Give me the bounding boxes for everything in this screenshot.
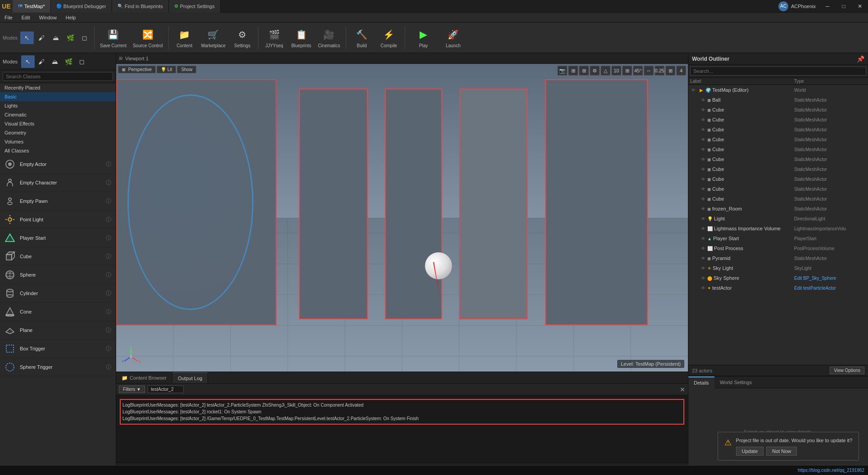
save-current-button[interactable]: 💾 Save Current [97, 24, 129, 51]
settings-button[interactable]: ⚙ Settings [229, 24, 255, 51]
outliner-item-light[interactable]: 👁 💡 Light DirectionalLight [688, 214, 868, 224]
tab-world-settings[interactable]: World Settings [714, 376, 757, 388]
vp-settings-icon[interactable]: ⚙ [590, 66, 600, 76]
outliner-search-input[interactable] [690, 67, 866, 76]
list-item[interactable]: Cylinder ⓘ [0, 284, 116, 303]
point-light-info-icon[interactable]: ⓘ [105, 216, 112, 223]
vp-triangle-icon[interactable]: △ [601, 66, 610, 76]
empty-pawn-info-icon[interactable]: ⓘ [105, 197, 112, 205]
menu-window[interactable]: Window [35, 13, 61, 22]
category-cinematic[interactable]: Cinematic [0, 110, 116, 119]
modes-landscape-button[interactable]: ⛰ [48, 55, 62, 68]
outliner-item-type[interactable]: Edit BP_Sky_Sphere [794, 276, 866, 281]
vp-scale-btn[interactable]: 0.25 [655, 66, 665, 76]
outliner-item-sky-light[interactable]: 👁 ☀ Sky Light SkyLight [688, 263, 868, 273]
vp-maximize-icon[interactable]: ⊞ [568, 66, 578, 76]
launch-button[interactable]: 🚀 Launch [440, 24, 466, 51]
build-button[interactable]: 🔨 Build [349, 24, 375, 51]
outliner-item-frozen-room[interactable]: 👁 ◼ frozen_Room StaticMeshActor [688, 204, 868, 214]
blueprints-button[interactable]: 📋 Blueprints [288, 24, 314, 51]
category-lights[interactable]: Lights [0, 101, 116, 110]
vis-icon[interactable]: 👁 [699, 116, 707, 124]
category-all-classes[interactable]: All Classes [0, 146, 116, 155]
vis-icon[interactable]: 👁 [699, 224, 707, 233]
menu-help[interactable]: Help [61, 13, 81, 22]
list-item[interactable]: Sphere ⓘ [0, 266, 116, 284]
notification-update-button[interactable]: Update [736, 447, 764, 456]
plane-info-icon[interactable]: ⓘ [105, 327, 112, 334]
notification-not-now-button[interactable]: Not Now [766, 447, 797, 456]
vis-icon[interactable]: 👁 [699, 155, 707, 163]
vis-icon[interactable]: 👁 [699, 274, 707, 282]
mode-geometry-button[interactable]: ◻ [78, 31, 91, 44]
empty-actor-info-icon[interactable]: ⓘ [105, 161, 112, 168]
empty-character-info-icon[interactable]: ⓘ [105, 179, 112, 186]
vp-scale-icon[interactable]: ↔ [644, 66, 654, 76]
outliner-item-cube[interactable]: 👁 ◼ Cube StaticMeshActor [688, 125, 868, 134]
cylinder-info-icon[interactable]: ⓘ [105, 290, 112, 297]
outliner-item-type[interactable]: Edit testParticleActor [794, 286, 866, 291]
minimize-button[interactable]: ─ [819, 0, 836, 13]
outliner-item-sky-sphere[interactable]: 👁 ⬤ Sky Sphere Edit BP_Sky_Sphere [688, 273, 868, 283]
list-item[interactable]: Player Start ⓘ [0, 229, 116, 247]
outliner-item-cube[interactable]: 👁 ◼ Cube StaticMeshActor [688, 134, 868, 144]
list-item[interactable]: Sphere Trigger ⓘ [0, 358, 116, 376]
vp-grid-size-btn[interactable]: 10 [611, 66, 621, 76]
outliner-item-player-start[interactable]: 👁 ▲ Player Start PlayerStart [688, 233, 868, 243]
mode-paint-button[interactable]: 🖌 [35, 31, 48, 44]
vis-icon[interactable]: 👁 [699, 205, 707, 213]
vis-icon[interactable]: 👁 [699, 264, 707, 272]
tab-testmap[interactable]: 🗺 TestMap* [13, 0, 51, 13]
outliner-item-cube[interactable]: 👁 ◼ Cube StaticMeshActor [688, 144, 868, 154]
outliner-item-cube[interactable]: 👁 ◼ Cube StaticMeshActor [688, 174, 868, 184]
vis-icon[interactable]: 👁 [699, 175, 707, 183]
viewport[interactable]: ⊞ Perspective 💡 Lit Show 📷 ⊞ ⊞ ⚙ △ [116, 64, 688, 372]
vp-camera-icon[interactable]: 📷 [557, 66, 567, 76]
source-control-button[interactable]: 🔀 Source Control [130, 24, 166, 51]
status-url[interactable]: https://blog.csdn.net/qq_2191962 [798, 468, 864, 473]
close-button[interactable]: ✕ [852, 0, 868, 13]
cone-info-icon[interactable]: ⓘ [105, 308, 112, 315]
tab-find-blueprints[interactable]: 🔍 Find in Blueprints [112, 0, 169, 13]
view-options-button[interactable]: View Options [830, 367, 864, 374]
vis-icon[interactable]: 👁 [699, 135, 707, 143]
list-item[interactable]: Plane ⓘ [0, 321, 116, 340]
mode-landscape-button[interactable]: ⛰ [49, 31, 63, 44]
vis-icon[interactable]: 👁 [699, 125, 707, 134]
category-volumes[interactable]: Volumes [0, 137, 116, 146]
list-item[interactable]: Box Trigger ⓘ [0, 340, 116, 358]
cube-info-icon[interactable]: ⓘ [105, 253, 112, 260]
tab-details[interactable]: Details [688, 376, 714, 388]
mode-select-button[interactable]: ↖ [20, 31, 34, 44]
category-geometry[interactable]: Geometry [0, 128, 116, 137]
box-trigger-info-icon[interactable]: ⓘ [105, 345, 112, 352]
maximize-button[interactable]: □ [836, 0, 852, 13]
compile-button[interactable]: ⚡ Compile [376, 24, 402, 51]
outliner-item-cube[interactable]: 👁 ◼ Cube StaticMeshActor [688, 115, 868, 125]
category-recently-placed[interactable]: Recently Placed [0, 83, 116, 92]
viewport-show-btn[interactable]: Show [177, 66, 196, 73]
vis-icon[interactable]: 👁 [699, 106, 707, 114]
vis-icon[interactable]: 👁 [699, 165, 707, 173]
play-button[interactable]: ▶ Play [408, 24, 439, 51]
viewport-perspective-btn[interactable]: ⊞ Perspective [118, 66, 156, 73]
vis-icon[interactable]: 👁 [699, 244, 707, 252]
vis-icon[interactable]: 👁 [699, 185, 707, 193]
outliner-item-post-process[interactable]: 👁 ⬜ Post Process PostProcessVolume [688, 243, 868, 253]
cinematics-button[interactable]: 🎥 Cinematics [315, 24, 343, 51]
vp-extra-btn[interactable]: 4 [676, 66, 686, 76]
sphere-info-icon[interactable]: ⓘ [105, 271, 112, 278]
outliner-item-pyramid[interactable]: 👁 ◼ Pyramid StaticMeshActor [688, 253, 868, 263]
outliner-item-cube[interactable]: 👁 ◼ Cube StaticMeshActor [688, 194, 868, 204]
viewport-lit-btn[interactable]: 💡 Lit [157, 66, 176, 73]
tab-output-log[interactable]: Output Log [172, 372, 208, 383]
menu-file[interactable]: File [0, 13, 17, 22]
vis-icon[interactable]: 👁 [699, 234, 707, 242]
outliner-item-lightmass[interactable]: 👁 ⬜ Lightmass Importance Volume Lightmas… [688, 224, 868, 233]
outliner-item-test-actor[interactable]: 👁 ✦ testActor Edit testParticleActor [688, 283, 868, 293]
list-item[interactable]: Cone ⓘ [0, 303, 116, 321]
search-input[interactable] [3, 72, 113, 81]
marketplace-button[interactable]: 🛒 Marketplace [199, 24, 228, 51]
list-item[interactable]: Empty Actor ⓘ [0, 155, 116, 174]
menu-edit[interactable]: Edit [17, 13, 35, 22]
